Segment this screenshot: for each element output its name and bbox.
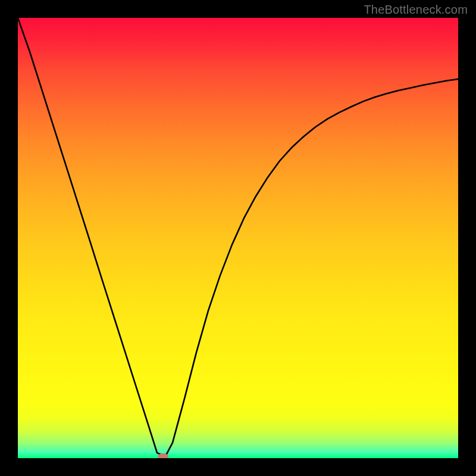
gradient-background	[18, 18, 458, 458]
watermark-text: TheBottleneck.com	[364, 3, 468, 17]
chart-canvas: TheBottleneck.com	[0, 0, 476, 476]
plot-area	[18, 18, 458, 458]
optimum-marker-icon	[158, 453, 168, 458]
